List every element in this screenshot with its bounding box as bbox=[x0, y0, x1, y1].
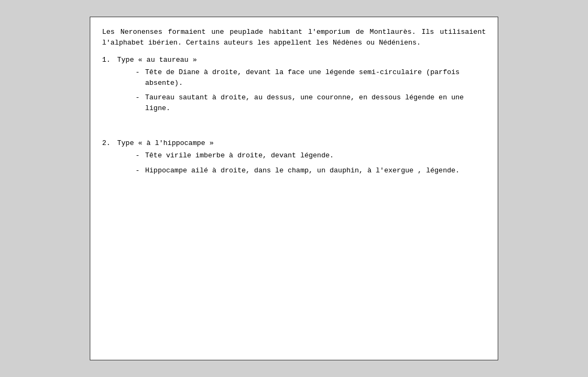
section-1: 1.Type « au taureau »-Tête de Diane à dr… bbox=[102, 56, 486, 113]
section-2: 2.Type « à l'hippocampe »-Tête virile im… bbox=[102, 139, 486, 176]
bullet-dash: - bbox=[135, 92, 143, 103]
bullet-text: Hippocampe ailé à droite, dans le champ,… bbox=[145, 165, 460, 176]
bullet-dash: - bbox=[135, 165, 143, 176]
section-2-bullet-2: -Hippocampe ailé à droite, dans le champ… bbox=[135, 165, 486, 176]
section-1-label: Type « au taureau » bbox=[117, 56, 197, 64]
intro-paragraph: Les Neronenses formaient une peuplade ha… bbox=[102, 27, 486, 48]
section-1-bullet-2: -Taureau sautant à droite, au dessus, un… bbox=[135, 92, 486, 113]
section-2-bullets: -Tête virile imberbe à droite, devant lé… bbox=[135, 150, 486, 176]
section-1-bullets: -Tête de Diane à droite, devant la face … bbox=[135, 67, 486, 113]
section-1-number: 1. bbox=[102, 56, 117, 64]
bullet-text: Tête virile imberbe à droite, devant lég… bbox=[145, 150, 334, 161]
bullet-text: Taureau sautant à droite, au dessus, une… bbox=[145, 92, 486, 113]
bullet-text: Tête de Diane à droite, devant la face u… bbox=[145, 67, 486, 88]
section-2-bullet-1: -Tête virile imberbe à droite, devant lé… bbox=[135, 150, 486, 161]
section-1-title: 1.Type « au taureau » bbox=[102, 56, 486, 64]
document-container: Les Neronenses formaient une peuplade ha… bbox=[90, 17, 498, 360]
section-2-number: 2. bbox=[102, 139, 117, 147]
sections-wrapper: 1.Type « au taureau »-Tête de Diane à dr… bbox=[102, 56, 486, 176]
section-2-label: Type « à l'hippocampe » bbox=[117, 139, 213, 147]
section-spacer bbox=[102, 119, 486, 139]
bullet-dash: - bbox=[135, 67, 143, 78]
bullet-dash: - bbox=[135, 150, 143, 161]
section-1-bullet-1: -Tête de Diane à droite, devant la face … bbox=[135, 67, 486, 88]
section-2-title: 2.Type « à l'hippocampe » bbox=[102, 139, 486, 147]
